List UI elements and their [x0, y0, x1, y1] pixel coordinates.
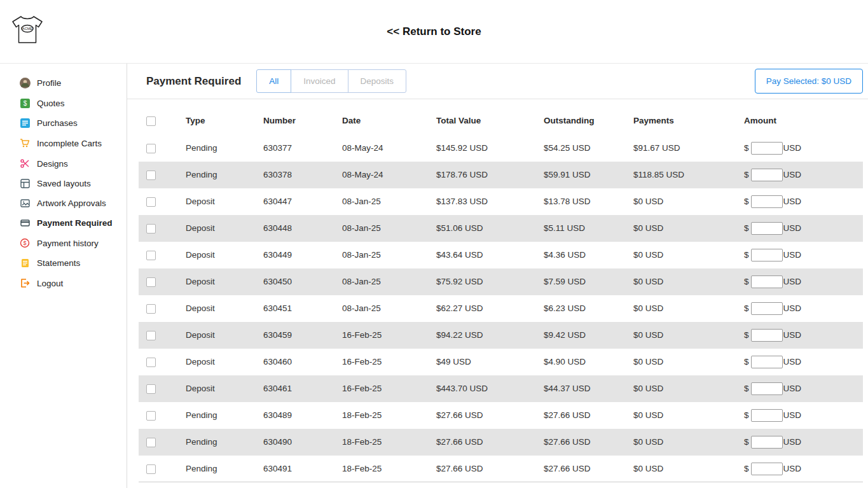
sidebar-item-incomplete-carts[interactable]: Incomplete Carts: [0, 133, 127, 153]
amount-input[interactable]: [751, 222, 783, 235]
cell-outstanding: $27.66 USD: [544, 456, 633, 482]
cell-total-value: $43.64 USD: [436, 242, 544, 268]
cell-outstanding: $4.90 USD: [544, 349, 633, 375]
store-logo[interactable]: ACME: [10, 14, 45, 50]
cell-payments: $0 USD: [633, 322, 744, 349]
table-row: Pending63037808-May-24$178.76 USD$59.91 …: [139, 162, 863, 188]
column-header-payments: Payments: [633, 99, 744, 135]
profile-avatar: [19, 78, 31, 88]
cell-number: 630460: [263, 349, 342, 375]
row-checkbox[interactable]: [146, 438, 156, 447]
sidebar-menu: Profile$QuotesPurchasesIncomplete CartsD…: [0, 73, 127, 293]
cell-date: 16-Feb-25: [342, 375, 436, 402]
row-checkbox[interactable]: [146, 358, 156, 367]
amount-input[interactable]: [751, 142, 783, 155]
cell-total-value: $94.22 USD: [436, 322, 544, 349]
cell-date: 08-May-24: [342, 162, 436, 188]
column-header-number: Number: [263, 99, 342, 135]
return-to-store-link[interactable]: << Return to Store: [387, 25, 481, 38]
cell-amount: $USD: [744, 268, 863, 295]
cell-outstanding: $9.42 USD: [544, 322, 633, 349]
amount-input[interactable]: [751, 409, 783, 422]
purchases-icon: [19, 118, 31, 128]
sidebar-item-quotes[interactable]: $Quotes: [0, 94, 127, 113]
sidebar-item-artwork-approvals[interactable]: Artwork Approvals: [0, 193, 127, 213]
amount-input[interactable]: [751, 195, 783, 208]
cell-date: 08-Jan-25: [342, 268, 436, 295]
cell-number: 630447: [263, 188, 342, 215]
quotes-icon: $: [19, 99, 31, 108]
cell-outstanding: $4.36 USD: [544, 242, 633, 268]
sidebar-item-label: Saved layouts: [37, 179, 91, 188]
cell-select: [139, 429, 186, 456]
table-header-row: TypeNumberDateTotal ValueOutstandingPaym…: [139, 99, 863, 135]
amount-input[interactable]: [751, 275, 783, 288]
row-checkbox[interactable]: [146, 144, 156, 153]
cell-amount: $USD: [744, 429, 863, 456]
cell-amount: $USD: [744, 242, 863, 268]
row-checkbox[interactable]: [146, 277, 156, 287]
sidebar-item-payment-history[interactable]: $Payment history: [0, 233, 127, 253]
sidebar-item-label: Incomplete Carts: [37, 139, 102, 148]
amount-currency-suffix: USD: [783, 303, 802, 313]
cell-payments: $0 USD: [633, 402, 744, 429]
sidebar-item-statements[interactable]: Statements: [0, 253, 127, 273]
table-row: Deposit63046116-Feb-25$443.70 USD$44.37 …: [139, 375, 863, 402]
sidebar-item-designs[interactable]: Designs: [0, 153, 127, 174]
row-checkbox[interactable]: [146, 411, 156, 421]
page-title: Payment Required: [146, 75, 241, 88]
cell-amount: $USD: [744, 215, 863, 242]
amount-currency-suffix: USD: [783, 330, 802, 340]
amount-input[interactable]: [751, 436, 783, 449]
cell-amount: $USD: [744, 135, 863, 162]
pay-selected-button[interactable]: Pay Selected: $0 USD: [755, 69, 863, 94]
amount-input[interactable]: [751, 382, 783, 395]
amount-currency-prefix: $: [744, 330, 749, 340]
amount-currency-suffix: USD: [783, 197, 802, 206]
cell-payments: $0 USD: [633, 375, 744, 402]
table-row: Deposit63046016-Feb-25$49 USD$4.90 USD$0…: [139, 349, 863, 375]
cell-select: [139, 188, 186, 215]
sidebar-item-profile[interactable]: Profile: [0, 73, 127, 94]
tab-all[interactable]: All: [256, 69, 291, 93]
row-checkbox[interactable]: [146, 224, 156, 234]
row-checkbox[interactable]: [146, 197, 156, 207]
row-checkbox[interactable]: [146, 331, 156, 340]
sidebar-item-saved-layouts[interactable]: Saved layouts: [0, 174, 127, 193]
cell-number: 630449: [263, 242, 342, 268]
cell-type: Deposit: [186, 349, 263, 375]
row-checkbox[interactable]: [146, 384, 156, 394]
row-checkbox[interactable]: [146, 251, 156, 260]
sidebar-item-logout[interactable]: Logout: [0, 273, 127, 293]
cell-select: [139, 375, 186, 402]
row-checkbox[interactable]: [146, 304, 156, 314]
amount-input[interactable]: [751, 169, 783, 181]
amount-input[interactable]: [751, 249, 783, 261]
app-body: Profile$QuotesPurchasesIncomplete CartsD…: [0, 64, 868, 488]
sidebar-item-label: Designs: [37, 159, 68, 169]
tab-invoiced[interactable]: Invoiced: [291, 69, 348, 93]
row-checkbox[interactable]: [146, 171, 156, 180]
row-checkbox[interactable]: [146, 464, 156, 474]
select-all-checkbox[interactable]: [146, 116, 156, 126]
cell-outstanding: $7.59 USD: [544, 268, 633, 295]
amount-currency-suffix: USD: [783, 357, 802, 366]
cell-amount: $USD: [744, 162, 863, 188]
amount-input[interactable]: [751, 356, 783, 368]
tab-deposits[interactable]: Deposits: [348, 69, 407, 93]
amount-input[interactable]: [751, 463, 783, 475]
cell-payments: $0 USD: [633, 215, 744, 242]
cell-type: Pending: [186, 162, 263, 188]
amount-input[interactable]: [751, 302, 783, 315]
sidebar-item-purchases[interactable]: Purchases: [0, 113, 127, 133]
cell-date: 18-Feb-25: [342, 402, 436, 429]
cell-type: Pending: [186, 135, 263, 162]
sidebar-item-payment-required[interactable]: Payment Required: [0, 213, 127, 233]
cell-payments: $0 USD: [633, 188, 744, 215]
cell-total-value: $27.66 USD: [436, 456, 544, 482]
cell-select: [139, 295, 186, 322]
amount-input[interactable]: [751, 329, 783, 342]
sidebar-item-label: Profile: [37, 78, 61, 88]
cell-outstanding: $6.23 USD: [544, 295, 633, 322]
cell-type: Deposit: [186, 375, 263, 402]
